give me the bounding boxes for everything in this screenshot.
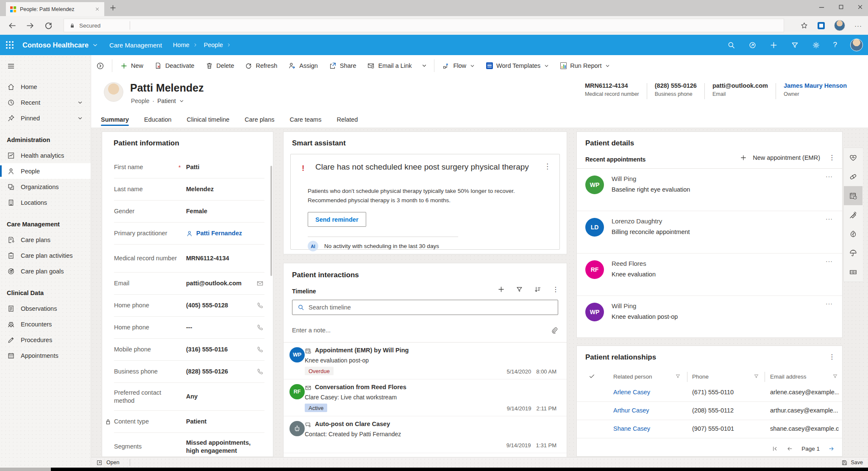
help-icon[interactable]: ? [833, 41, 837, 49]
record-type-label[interactable]: Patient [157, 98, 176, 104]
phone-icon[interactable] [256, 302, 264, 309]
appointment-item[interactable]: LD Lorenzo Daughtry Billing reconcile ap… [577, 211, 842, 254]
patient-avatar[interactable] [104, 82, 123, 102]
tab-related[interactable]: Related [337, 111, 358, 128]
attachment-paperclip-icon[interactable] [551, 326, 558, 334]
save-button[interactable]: Save [841, 460, 863, 466]
app-name[interactable]: Contoso Healthcare [22, 41, 89, 49]
note-composer[interactable] [292, 322, 558, 339]
sidebar-item-recent[interactable]: Recent [0, 95, 91, 110]
browser-menu-icon[interactable]: ··· [854, 22, 862, 29]
new-button[interactable]: New [115, 55, 149, 76]
send-reminder-button[interactable]: Send reminder [308, 212, 366, 227]
tab-care-plans[interactable]: Care plans [245, 111, 274, 128]
new-tab-icon[interactable] [109, 4, 117, 11]
appointment-item[interactable]: RF Reed Flores Knee evaluation ··· [577, 254, 842, 296]
sidebar-item-health-analytics[interactable]: Health analytics [0, 148, 91, 163]
mail-icon[interactable] [256, 280, 264, 287]
minimize-icon[interactable] [818, 3, 826, 11]
window-close-icon[interactable] [857, 3, 864, 11]
timeline-entry[interactable]: WP Appointment (EMR) by Will Ping Knee e… [284, 343, 567, 379]
appointment-item[interactable]: WP Will Ping Baseline right eye evaluati… [577, 169, 842, 211]
search-icon[interactable] [727, 41, 735, 49]
open-button[interactable]: Open [96, 460, 120, 466]
chevron-down-icon[interactable] [77, 100, 83, 106]
previous-page-icon[interactable] [787, 446, 793, 452]
sidebar-item-organizations[interactable]: Organizations [0, 179, 91, 195]
chevron-down-icon[interactable] [77, 115, 83, 121]
column-related-person[interactable]: Related person [613, 373, 652, 380]
forward-icon[interactable] [26, 21, 35, 30]
timeline-filter-icon[interactable] [516, 286, 523, 293]
tab-education[interactable]: Education [144, 111, 172, 128]
tab-clinical-timeline[interactable]: Clinical timeline [187, 111, 230, 128]
sidebar-item-locations[interactable]: Locations [0, 195, 91, 210]
next-page-icon[interactable] [828, 446, 835, 452]
back-icon[interactable] [8, 21, 17, 30]
share-button[interactable]: Share [323, 55, 362, 76]
settings-gear-icon[interactable] [812, 41, 820, 49]
sidebar-item-observations[interactable]: Observations [0, 301, 91, 316]
favorites-star-icon[interactable] [800, 22, 808, 30]
strip-medications-pill-icon[interactable] [844, 167, 862, 186]
card-kebab-icon[interactable]: ⋮ [544, 162, 551, 171]
phone-icon[interactable] [256, 346, 264, 353]
taskflow-icon[interactable] [748, 41, 757, 49]
extension-icon[interactable] [818, 22, 825, 29]
quick-create-icon[interactable] [770, 41, 778, 49]
strip-billing-cash-icon[interactable] [844, 262, 862, 281]
timeline-entry[interactable]: Appointment (EMR) by Lorenzo Daughtry [284, 453, 567, 457]
run-report-button[interactable]: Run Report [555, 55, 616, 76]
table-row[interactable]: Arthur Casey (208) 555-0112 arthur.casey… [577, 402, 842, 420]
sidebar-item-pinned[interactable]: Pinned [0, 110, 91, 126]
browser-tab[interactable]: People: Patti Melendez [6, 2, 104, 16]
timeline-kebab-icon[interactable]: ⋮ [552, 285, 559, 293]
first-page-icon[interactable] [772, 446, 778, 452]
timeline-add-icon[interactable] [498, 286, 505, 293]
commandbar-expander-icon[interactable] [96, 62, 104, 70]
sidebar-item-care-plans[interactable]: Care plans [0, 232, 91, 248]
area-label[interactable]: Care Management [109, 42, 162, 49]
timeline-search-input[interactable] [309, 304, 553, 311]
strip-appointments-calendar-icon[interactable] [844, 186, 862, 205]
timeline-search-box[interactable] [292, 300, 558, 315]
practitioner-link[interactable]: Patti Fernandez [186, 229, 264, 237]
refresh-button[interactable]: Refresh [239, 55, 283, 76]
address-bar[interactable]: Secured [64, 19, 784, 32]
maximize-icon[interactable] [837, 3, 845, 11]
assign-button[interactable]: Assign [283, 55, 323, 76]
strip-heart-pulse-icon[interactable] [844, 148, 862, 167]
breadcrumb-home[interactable]: Home [173, 42, 198, 48]
breadcrumb-people[interactable]: People [204, 42, 231, 48]
related-person-link[interactable]: Shane Casey [613, 425, 650, 432]
strip-coverage-umbrella-icon[interactable] [844, 243, 862, 262]
item-more-icon[interactable]: ··· [826, 300, 833, 307]
sidebar-item-procedures[interactable]: Procedures [0, 332, 91, 348]
browser-profile-avatar[interactable] [834, 20, 845, 31]
item-more-icon[interactable]: ··· [826, 173, 833, 180]
tab-close-icon[interactable] [95, 6, 100, 12]
email-link-button[interactable]: Email a Link [362, 55, 417, 76]
column-filter-icon[interactable] [832, 373, 838, 379]
related-person-link[interactable]: Arlene Casey [613, 389, 650, 396]
scrollbar-thumb[interactable] [270, 166, 272, 276]
column-phone[interactable]: Phone [692, 373, 709, 380]
chevron-down-icon[interactable] [179, 98, 184, 104]
table-row[interactable]: Shane Casey (907) 555-0101 shane.casey@e… [577, 420, 842, 438]
relationships-kebab-icon[interactable]: ⋮ [829, 353, 835, 361]
delete-button[interactable]: Delete [200, 55, 240, 76]
appointments-kebab-icon[interactable]: ⋮ [829, 153, 835, 162]
waffle-icon[interactable] [6, 41, 14, 49]
refresh-icon[interactable] [44, 21, 53, 30]
timeline-sort-icon[interactable] [534, 286, 541, 293]
related-person-link[interactable]: Arthur Casey [613, 407, 649, 414]
sidebar-item-people[interactable]: People [0, 163, 91, 179]
table-row[interactable]: Arlene Casey (671) 555-0110 arlene.casey… [577, 384, 842, 402]
phone-icon[interactable] [256, 368, 264, 375]
timeline-entry[interactable]: Auto-post on Clare Casey Contact: Create… [284, 416, 567, 453]
tab-summary[interactable]: Summary [101, 111, 129, 128]
phone-icon[interactable] [256, 324, 264, 331]
tab-care-teams[interactable]: Care teams [289, 111, 321, 128]
timeline-entry[interactable]: RF Conversation from Reed Flores Clare C… [284, 379, 567, 416]
hamburger-icon[interactable] [7, 62, 15, 70]
